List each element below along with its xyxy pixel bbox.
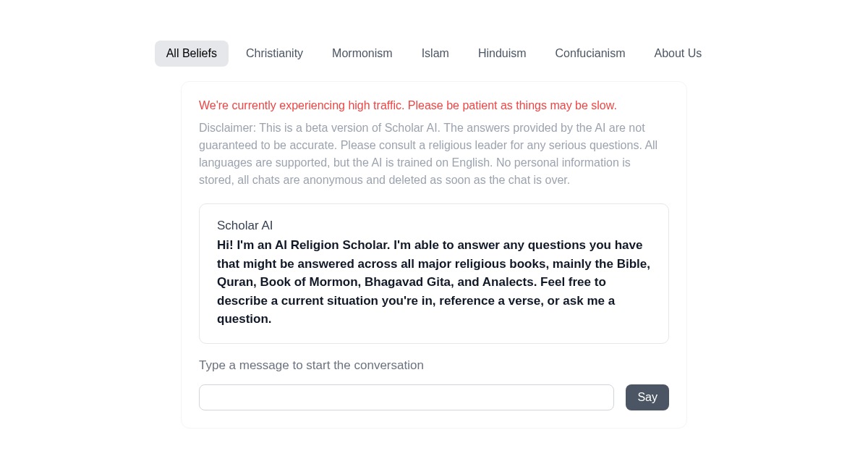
tab-all-beliefs[interactable]: All Beliefs (155, 41, 229, 67)
input-prompt: Type a message to start the conversation (199, 358, 669, 373)
disclaimer: Disclaimer: This is a beta version of Sc… (199, 119, 669, 189)
main-card: We're currently experiencing high traffi… (181, 81, 687, 429)
message-sender: Scholar AI (217, 219, 651, 233)
tab-confucianism[interactable]: Confucianism (544, 41, 637, 67)
tab-hinduism[interactable]: Hinduism (467, 41, 538, 67)
ai-message: Scholar AI Hi! I'm an AI Religion Schola… (199, 203, 669, 344)
traffic-alert: We're currently experiencing high traffi… (199, 99, 669, 112)
tab-islam[interactable]: Islam (410, 41, 461, 67)
message-input[interactable] (199, 384, 614, 410)
message-body: Hi! I'm an AI Religion Scholar. I'm able… (217, 236, 651, 329)
say-button[interactable]: Say (626, 384, 669, 410)
tab-about-us[interactable]: About Us (643, 41, 714, 67)
tab-mormonism[interactable]: Mormonism (320, 41, 404, 67)
tab-christianity[interactable]: Christianity (234, 41, 315, 67)
tabs-nav: All Beliefs Christianity Mormonism Islam… (155, 41, 714, 67)
input-row: Say (199, 384, 669, 410)
